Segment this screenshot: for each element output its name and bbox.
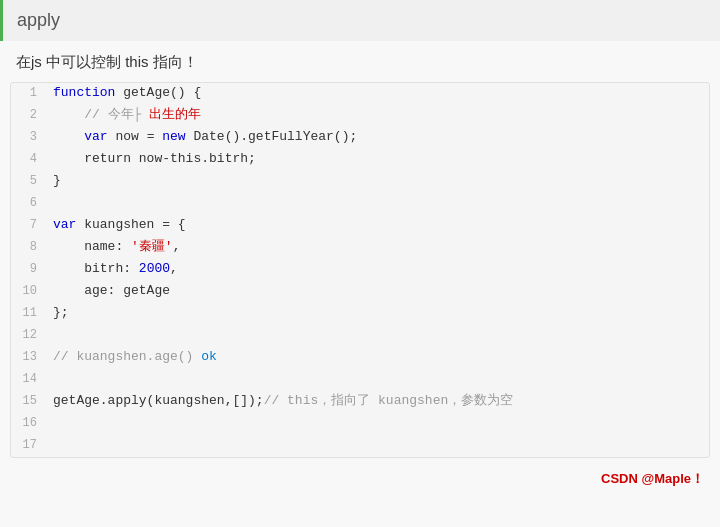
line-content: } — [47, 171, 709, 192]
code-line: 7var kuangshen = { — [11, 215, 709, 237]
line-number: 3 — [11, 127, 47, 147]
line-number: 4 — [11, 149, 47, 169]
line-number: 14 — [11, 369, 47, 389]
line-number: 16 — [11, 413, 47, 433]
code-line: 14 — [11, 369, 709, 391]
code-line: 17 — [11, 435, 709, 457]
line-number: 7 — [11, 215, 47, 235]
line-content: getAge.apply(kuangshen,[]);// this，指向了 k… — [47, 391, 709, 412]
code-line: 9 bitrh: 2000, — [11, 259, 709, 281]
code-line: 6 — [11, 193, 709, 215]
code-line: 5} — [11, 171, 709, 193]
code-line: 15getAge.apply(kuangshen,[]);// this，指向了… — [11, 391, 709, 413]
title-text: apply — [17, 10, 60, 30]
line-number: 1 — [11, 83, 47, 103]
line-content — [47, 413, 709, 434]
code-line: 1function getAge() { — [11, 83, 709, 105]
title-bar: apply — [0, 0, 720, 41]
line-content: // kuangshen.age() ok — [47, 347, 709, 368]
line-content: }; — [47, 303, 709, 324]
code-line: 10 age: getAge — [11, 281, 709, 303]
code-line: 13// kuangshen.age() ok — [11, 347, 709, 369]
code-line: 11}; — [11, 303, 709, 325]
code-line: 16 — [11, 413, 709, 435]
line-content: name: '秦疆', — [47, 237, 709, 258]
line-number: 15 — [11, 391, 47, 411]
line-number: 12 — [11, 325, 47, 345]
page-container: apply 在js 中可以控制 this 指向！ 1function getAg… — [0, 0, 720, 527]
line-number: 17 — [11, 435, 47, 455]
line-content: var kuangshen = { — [47, 215, 709, 236]
line-number: 11 — [11, 303, 47, 323]
line-number: 10 — [11, 281, 47, 301]
code-line: 8 name: '秦疆', — [11, 237, 709, 259]
line-content — [47, 193, 709, 214]
code-line: 3 var now = new Date().getFullYear(); — [11, 127, 709, 149]
line-content: bitrh: 2000, — [47, 259, 709, 280]
line-content: return now-this.bitrh; — [47, 149, 709, 170]
line-number: 13 — [11, 347, 47, 367]
footer-text: CSDN @Maple！ — [0, 462, 720, 496]
code-line: 2 // 今年├ 出生的年 — [11, 105, 709, 127]
line-content: // 今年├ 出生的年 — [47, 105, 709, 126]
line-content: function getAge() { — [47, 83, 709, 104]
line-number: 9 — [11, 259, 47, 279]
subtitle: 在js 中可以控制 this 指向！ — [0, 53, 720, 82]
code-line: 12 — [11, 325, 709, 347]
line-content — [47, 325, 709, 346]
line-content: age: getAge — [47, 281, 709, 302]
code-block: 1function getAge() {2 // 今年├ 出生的年3 var n… — [10, 82, 710, 458]
line-number: 8 — [11, 237, 47, 257]
line-content: var now = new Date().getFullYear(); — [47, 127, 709, 148]
code-line: 4 return now-this.bitrh; — [11, 149, 709, 171]
line-content — [47, 435, 709, 456]
line-number: 6 — [11, 193, 47, 213]
line-content — [47, 369, 709, 390]
line-number: 5 — [11, 171, 47, 191]
line-number: 2 — [11, 105, 47, 125]
